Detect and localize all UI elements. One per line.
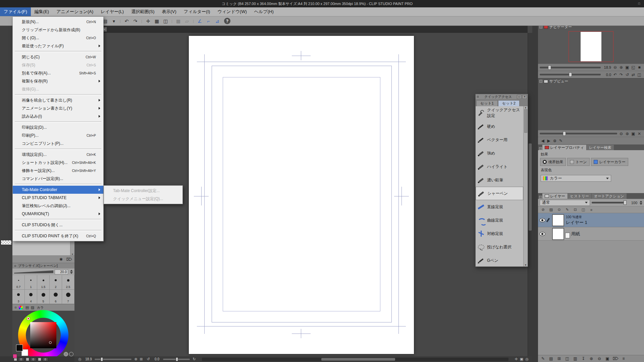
layer-toolbar-icon[interactable]: ▣ [604, 356, 610, 361]
menu-item[interactable]: 新規(N)... Ctrl+N [13, 18, 103, 26]
sv-selector[interactable] [49, 341, 52, 344]
color-wheel-tab-icon[interactable] [19, 306, 23, 310]
command-bar-icon[interactable]: ↶ [123, 17, 130, 25]
status-button-icon[interactable]: ▣ [519, 357, 524, 362]
menu-item[interactable]: 閉じる(C) Ctrl+W [13, 53, 103, 61]
close-panel-icon[interactable]: ✕ [522, 95, 527, 99]
brush-size-preset[interactable]: 5 [37, 290, 50, 304]
layer-toolbar-icon[interactable]: ⊖ [596, 356, 602, 361]
command-bar-icon[interactable]: ∠ [196, 17, 204, 25]
menu-item[interactable]: コンビニプリント(P)... [13, 139, 103, 147]
layer-toolbar-icon[interactable]: ▤ [548, 356, 554, 361]
zoom-button-icon[interactable]: ⊕ [133, 357, 139, 362]
panel-pin-icon[interactable] [14, 306, 17, 309]
subview-nav-icon[interactable]: ▶ [546, 138, 552, 143]
layer-toolbar-icon[interactable]: ≡ [621, 356, 627, 361]
subview-nav-icon[interactable]: ⊕ [552, 138, 558, 143]
navigator-rotate-icon[interactable]: ↷ [618, 72, 624, 77]
border-effect-button[interactable]: 境界効果 [540, 158, 566, 166]
stepper-up-icon[interactable] [640, 201, 642, 202]
scroll-down-icon[interactable]: ▼ [525, 264, 527, 266]
menu-bar-item[interactable]: 編集(E) [31, 7, 53, 16]
subview-nav-icon[interactable]: ✎ [558, 138, 564, 143]
slider-knob[interactable] [569, 72, 572, 77]
subtool-action-icon[interactable]: ⌦ [66, 257, 72, 262]
command-bar-icon[interactable]: ▾ [110, 17, 118, 25]
zoom-button-icon[interactable]: ⊞ [139, 357, 144, 362]
window-button[interactable]: □ [634, 0, 644, 7]
navigator-rotate-icon[interactable]: ↺ [624, 72, 630, 77]
layer-name[interactable]: レイヤー 1 [566, 220, 587, 226]
status-button-icon[interactable]: ◎ [524, 357, 530, 362]
subview-zoom-slider[interactable] [540, 133, 617, 134]
menu-item[interactable]: 画像を統合して書き出し(R) [13, 96, 103, 104]
menu-item[interactable]: 復帰(G)... [13, 85, 103, 93]
layer-lock-icon[interactable]: ≡ [588, 207, 594, 213]
brush-size-slider[interactable] [14, 270, 53, 274]
panel-pin-icon[interactable] [539, 147, 542, 150]
layer-lock-icon[interactable]: ✎ [564, 207, 570, 213]
menu-item[interactable]: 修飾キー設定(K)... Ctrl+Shift+Alt+Y [13, 167, 103, 175]
menu-item[interactable]: CLIP STUDIO PAINT を終了(X) Ctrl+Q [13, 232, 103, 240]
brush-size-preset[interactable]: 0.7 [12, 275, 25, 290]
brush-size-preset[interactable]: 1.5 [37, 275, 50, 290]
brush-size-preset[interactable]: 4 [25, 290, 37, 304]
menu-bar-item[interactable]: 表示(V) [158, 7, 180, 16]
zoom-slider[interactable] [95, 359, 131, 360]
menu-item[interactable]: 開く(O)... Ctrl+O [13, 34, 103, 42]
menu-item[interactable]: 印刷設定(D)... [13, 123, 103, 131]
subview-nav-icon[interactable]: ◀ [540, 138, 546, 143]
menu-item[interactable] [13, 183, 103, 186]
quick-access-item[interactable]: ベクター用 [476, 133, 523, 146]
quick-access-scrollbar[interactable]: ▲ ▼ [523, 106, 528, 266]
command-bar-icon[interactable]: ↷ [131, 17, 139, 25]
scroll-up-icon[interactable]: ▲ [525, 106, 527, 109]
color-channel-icon[interactable] [38, 358, 41, 361]
layer-row[interactable]: 100 %通常 レイヤー 1 [538, 213, 644, 227]
tone-button[interactable]: トーン [567, 158, 590, 166]
layer-row[interactable]: 用紙 [538, 227, 644, 241]
quick-access-item[interactable]: 直線定規 [476, 200, 523, 214]
color-tab-icon[interactable]: ▤ [24, 305, 30, 310]
brush-size-preset[interactable]: 3 [12, 290, 25, 304]
command-bar-icon[interactable]: ▱ [183, 17, 191, 25]
navigator-zoom-icon[interactable]: ⊕ [618, 65, 624, 70]
slider-knob[interactable] [624, 200, 627, 205]
command-bar-icon[interactable]: ▦ [153, 17, 161, 25]
layer-lock-icon[interactable]: ▨ [548, 207, 554, 213]
menu-item[interactable]: CLIP STUDIO TABMATE [13, 194, 103, 202]
tab-layers[interactable]: レイヤー [542, 193, 568, 199]
quick-access-item[interactable]: シャーペン [476, 187, 523, 200]
subtool-list[interactable]: ▼ [12, 240, 74, 255]
slider-knob[interactable] [563, 131, 566, 136]
quick-access-item[interactable]: 曲線定規 [476, 214, 523, 227]
saturation-value-square[interactable] [30, 322, 56, 348]
menu-bar-item[interactable]: アニメーション(A) [53, 7, 97, 16]
menu-item[interactable] [13, 218, 103, 221]
subview-zoom-icon[interactable]: ⊖ [618, 131, 624, 136]
menu-item[interactable]: 別名で保存(A)... Shift+Alt+S [13, 69, 103, 77]
rotate-left-icon[interactable]: ↺ [146, 357, 151, 362]
layer-toolbar-icon[interactable]: ↧ [580, 356, 586, 361]
panel-pin-icon[interactable] [539, 80, 542, 83]
tab-layer-search[interactable]: レイヤー検索 [587, 145, 614, 150]
menu-item[interactable]: 筆圧検知レベルの調節(J)... [13, 202, 103, 210]
menu-item[interactable]: 最近使ったファイル(F) [13, 42, 103, 50]
menu-item[interactable]: クイックメニュー設定(Q)... [104, 195, 182, 203]
rotation-slider-knob[interactable] [176, 357, 178, 361]
panel-pin-icon[interactable] [539, 196, 542, 199]
navigator-zoom-slider[interactable] [540, 67, 601, 68]
command-bar-icon[interactable]: | [119, 17, 122, 25]
canvas-vertical-scrollbar[interactable] [528, 33, 532, 356]
layer-lock-icon[interactable]: ⊘ [540, 207, 546, 213]
command-bar-icon[interactable]: ⌐ [205, 17, 212, 25]
quick-access-item[interactable]: 強め [476, 146, 523, 160]
quick-access-item[interactable]: 硬め [476, 120, 523, 133]
command-bar-icon[interactable]: ⊿ [213, 17, 221, 25]
quick-access-titlebar[interactable]: クイックアクセス ▭ ✕ [476, 94, 528, 99]
color-set-tab-label[interactable]: カラ [37, 305, 44, 310]
brush-size-panel-header[interactable]: ブラシサイズ[シャーペン] [12, 263, 74, 268]
command-bar-icon[interactable]: ◫ [162, 17, 169, 25]
scrollbar-thumb[interactable] [524, 109, 527, 133]
navigator-preview[interactable] [538, 30, 644, 64]
